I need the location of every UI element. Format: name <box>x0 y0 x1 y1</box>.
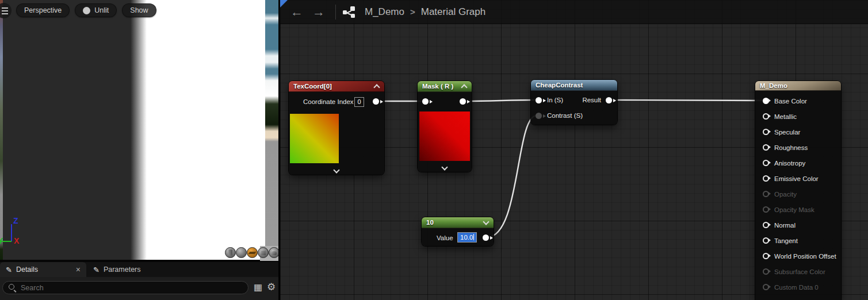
material-pin-row: Tangent <box>755 233 841 248</box>
preview-shape-buttons <box>225 247 278 258</box>
forward-arrow-icon[interactable]: → <box>308 5 330 20</box>
material-pin-label: Anisotropy <box>774 160 805 167</box>
material-pin-row: Specular <box>755 124 841 140</box>
material-pin-row: Normal <box>755 217 841 233</box>
material-input-pin[interactable] <box>763 113 769 120</box>
material-input-pin[interactable] <box>763 98 769 104</box>
node-constant-title: 10 <box>426 219 434 226</box>
texcoord-output-pin[interactable] <box>373 98 379 105</box>
material-pin-row: Anisotropy <box>755 155 841 171</box>
axis-gizmo: Z Y X <box>0 215 25 246</box>
preview-shape-button[interactable] <box>225 247 236 258</box>
breadcrumb-current[interactable]: Material Graph <box>421 6 485 18</box>
tab-parameters[interactable]: ✎ Parameters <box>87 262 179 277</box>
cheapcontrast-result-pin[interactable] <box>606 97 612 103</box>
node-cheapcontrast-title: CheapContrast <box>536 82 583 89</box>
node-material-title: M_Demo <box>760 82 787 89</box>
close-icon[interactable]: × <box>76 266 81 274</box>
settings-gear-icon[interactable]: ⚙ <box>267 282 276 293</box>
show-button[interactable]: Show <box>122 3 156 17</box>
material-input-pin[interactable] <box>763 237 769 244</box>
material-input-pin[interactable] <box>763 253 769 259</box>
z-axis-label: Z <box>13 216 18 225</box>
pencil-icon: ✎ <box>6 266 12 274</box>
material-pin-label: Specular <box>774 129 800 136</box>
material-pin-row: Opacity Mask <box>755 202 841 217</box>
constant-value-field[interactable]: 10.0 <box>457 232 477 243</box>
node-graph-icon <box>343 6 355 18</box>
chevron-down-icon[interactable] <box>334 168 339 174</box>
node-material-result[interactable]: M_Demo Base Color Metallic Specular <box>755 81 841 300</box>
node-material-header[interactable]: M_Demo <box>755 81 841 91</box>
preview-shape-button[interactable] <box>247 247 258 258</box>
material-input-pin[interactable] <box>763 144 769 151</box>
preview-viewport[interactable]: Perspective Unlit Show Z Y X <box>0 0 278 262</box>
node-cheapcontrast[interactable]: CheapContrast In (S) Result Contrast (S) <box>531 80 617 125</box>
cheapcontrast-in-pin[interactable] <box>536 97 542 103</box>
tab-details[interactable]: ✎ Details × <box>0 262 86 277</box>
node-texcoord-title: TexCoord[0] <box>293 83 332 90</box>
unlit-label: Unlit <box>94 6 109 14</box>
material-input-pin[interactable] <box>763 268 769 275</box>
material-input-pin[interactable] <box>763 222 769 228</box>
pencil-icon: ✎ <box>93 266 100 274</box>
node-texcoord[interactable]: TexCoord[0] Coordinate Index <box>289 81 384 175</box>
breadcrumb-separator: > <box>410 7 415 17</box>
breadcrumb-root[interactable]: M_Demo <box>365 6 404 18</box>
lit-sphere-icon <box>83 7 90 14</box>
material-pin-row: Opacity <box>755 186 841 202</box>
table-view-icon[interactable]: ▦ <box>254 282 262 293</box>
material-input-pin[interactable] <box>763 175 769 182</box>
perspective-button[interactable]: Perspective <box>16 3 70 17</box>
node-cheapcontrast-header[interactable]: CheapContrast <box>531 80 617 91</box>
chevron-up-icon[interactable] <box>461 83 467 89</box>
constant-value-label: Value <box>437 234 453 241</box>
material-input-pin[interactable] <box>763 191 769 197</box>
chevron-down-icon[interactable] <box>483 220 489 225</box>
cheapcontrast-contrast-pin[interactable] <box>536 113 542 119</box>
constant-output-pin[interactable] <box>483 234 489 241</box>
z-axis-line <box>11 224 12 241</box>
mask-output-pin[interactable] <box>460 98 466 105</box>
viewport-toolbar: Perspective Unlit Show <box>16 3 156 17</box>
material-pin-row: Base Color <box>755 93 841 109</box>
details-tabbar: ✎ Details × ✎ Parameters <box>0 262 278 277</box>
node-mask[interactable]: Mask ( R ) <box>418 81 472 172</box>
material-pin-row: Subsurface Color <box>755 264 841 279</box>
material-pin-row: Emissive Color <box>755 171 841 186</box>
material-input-pin[interactable] <box>763 206 769 213</box>
node-mask-header[interactable]: Mask ( R ) <box>418 81 472 92</box>
material-pin-label: Tangent <box>774 237 798 244</box>
cheapcontrast-in-label: In (S) <box>547 97 563 103</box>
preview-shape-button[interactable] <box>269 247 278 258</box>
preview-shape-button[interactable] <box>236 247 247 258</box>
mask-input-pin[interactable] <box>422 98 429 105</box>
node-mask-title: Mask ( R ) <box>422 83 453 90</box>
material-input-pin[interactable] <box>763 129 769 135</box>
search-input[interactable]: Search <box>2 281 248 294</box>
material-pin-list: Base Color Metallic Specular Roughness <box>755 91 841 295</box>
chevron-up-icon[interactable] <box>374 83 380 89</box>
details-body: Search ▦ ⚙ <box>0 277 278 300</box>
scene-background-right <box>265 0 278 260</box>
material-input-pin[interactable] <box>763 284 769 290</box>
material-input-pin[interactable] <box>763 160 769 166</box>
toolbar-separator <box>335 5 336 20</box>
details-panel: ✎ Details × ✎ Parameters Search ▦ ⚙ <box>0 262 278 300</box>
material-pin-label: Custom Data 0 <box>774 284 819 291</box>
hamburger-icon <box>2 10 8 11</box>
node-constant-header[interactable]: 10 <box>422 217 494 228</box>
preview-shape-button[interactable] <box>258 247 269 258</box>
material-pin-label: Base Color <box>774 98 807 105</box>
material-pin-label: Opacity Mask <box>774 206 815 213</box>
material-pin-row: Metallic <box>755 109 841 124</box>
unlit-view-mode-button[interactable]: Unlit <box>75 3 117 17</box>
hamburger-icon <box>2 7 8 9</box>
back-arrow-icon[interactable]: ← <box>286 5 308 20</box>
material-pin-row: World Position Offset <box>755 248 841 264</box>
details-tab-label: Details <box>16 266 38 274</box>
chevron-down-icon[interactable] <box>442 165 448 171</box>
node-texcoord-header[interactable]: TexCoord[0] <box>289 81 384 92</box>
material-pin-label: Opacity <box>774 191 797 198</box>
coordinate-index-field[interactable]: 0 <box>354 97 364 107</box>
